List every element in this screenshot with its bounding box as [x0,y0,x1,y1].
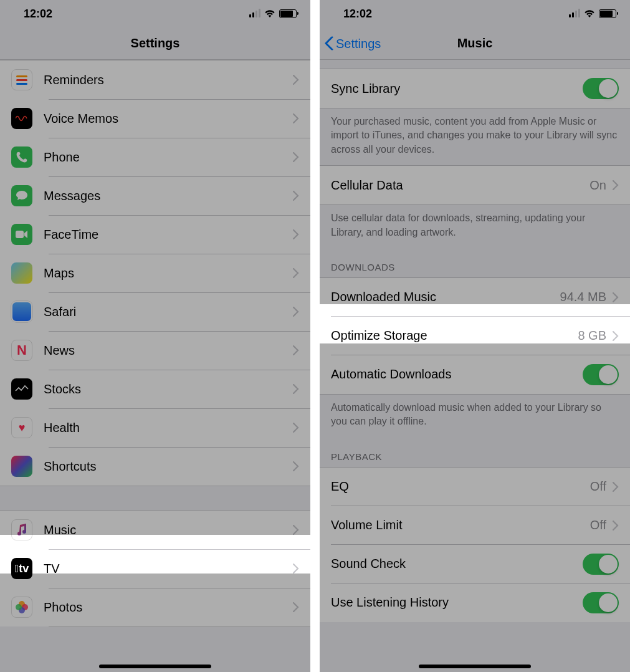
autodl-toggle[interactable] [583,364,619,385]
row-label: Sync Library [331,82,583,96]
svg-point-4 [16,604,22,610]
facetime-icon [11,224,32,245]
row-label: Health [44,421,293,435]
row-news[interactable]: N News [0,331,310,370]
row-value: Off [590,518,606,532]
tv-icon: tv [11,558,32,579]
status-bar: 12:02 [320,0,630,27]
downloads-header: DOWNLOADS [320,248,630,278]
row-messages[interactable]: Messages [0,176,310,215]
row-label: Shortcuts [44,459,293,474]
wifi-icon [264,9,275,18]
row-eq[interactable]: EQ Off [320,468,630,506]
chevron-right-icon [293,423,299,433]
photos-icon [11,597,32,618]
stocks-icon [11,378,32,400]
row-volume-limit[interactable]: Volume Limit Off [320,506,630,545]
row-optimize-storage[interactable]: Optimize Storage 8 GB [320,317,630,355]
row-value: Off [590,479,606,494]
back-button[interactable]: Settings [325,36,381,50]
chevron-right-icon [293,75,299,85]
row-cellular-data[interactable]: Cellular Data On [320,166,630,204]
chevron-right-icon [293,525,299,535]
row-label: Music [44,523,293,537]
row-voice-memos[interactable]: Voice Memos [0,99,310,138]
shortcuts-icon [11,456,32,477]
chevron-right-icon [613,521,619,530]
row-sync-library[interactable]: Sync Library [320,69,630,108]
chevron-right-icon [613,180,619,190]
history-toggle[interactable] [583,592,619,613]
music-settings-screen: 12:02 Settings Music Sync Library Your p… [320,0,630,672]
messages-icon [11,185,32,206]
chevron-right-icon [293,268,299,278]
signal-icon [249,10,260,17]
row-value: On [589,178,606,193]
playback-header: PLAYBACK [320,438,630,468]
music-icon [11,519,32,540]
navbar: Settings [0,27,310,60]
news-icon: N [11,340,32,361]
row-shortcuts[interactable]: Shortcuts [0,447,310,486]
status-time: 12:02 [24,7,52,21]
phone-icon [11,146,32,168]
chevron-right-icon [293,191,299,201]
home-indicator[interactable] [99,665,211,668]
back-label: Settings [336,36,381,50]
chevron-right-icon [293,229,299,239]
autodl-footer: Automatically download music when added … [320,394,630,438]
row-label: Cellular Data [331,178,589,193]
row-label: Stocks [44,382,293,396]
row-label: Maps [44,266,293,281]
row-phone[interactable]: Phone [0,138,310,176]
row-label: Optimize Storage [331,329,578,343]
row-reminders[interactable]: Reminders [0,60,310,99]
sync-toggle[interactable] [583,78,619,99]
health-icon: ♥ [11,417,32,438]
chevron-right-icon [613,482,619,492]
row-tv[interactable]: tv TV [0,549,310,588]
row-safari[interactable]: Safari [0,292,310,331]
row-value: 8 GB [578,329,606,343]
row-label: Voice Memos [44,112,293,126]
row-label: Downloaded Music [331,290,560,304]
chevron-right-icon [293,113,299,123]
chevron-right-icon [293,307,299,317]
row-automatic-downloads[interactable]: Automatic Downloads [320,355,630,394]
safari-icon [11,301,32,322]
row-stocks[interactable]: Stocks [0,370,310,408]
navbar: Settings Music [320,27,630,60]
row-label: FaceTime [44,228,293,242]
settings-screen: 12:02 Settings Reminders Voice Memos [0,0,310,672]
wifi-icon [584,9,595,18]
signal-icon [569,10,580,17]
chevron-right-icon [293,384,299,394]
sound-check-toggle[interactable] [583,554,619,575]
chevron-right-icon [293,152,299,162]
chevron-right-icon [293,564,299,574]
page-title: Settings [131,36,180,50]
row-label: Volume Limit [331,518,590,532]
row-facetime[interactable]: FaceTime [0,215,310,254]
row-sound-check[interactable]: Sound Check [320,545,630,583]
row-music[interactable]: Music [0,511,310,549]
row-health[interactable]: ♥ Health [0,408,310,447]
battery-icon [599,9,616,18]
row-label: TV [44,562,293,576]
row-label: Automatic Downloads [331,367,583,382]
home-indicator[interactable] [419,665,531,668]
row-listening-history[interactable]: Use Listening History [320,583,630,622]
chevron-right-icon [293,602,299,612]
sync-footer: Your purchased music, content you add fr… [320,108,630,165]
chevron-right-icon [613,331,619,341]
chevron-right-icon [293,461,299,471]
reminders-icon [11,69,32,90]
row-label: Photos [44,600,293,615]
maps-icon [11,262,32,284]
row-label: Phone [44,150,293,165]
row-photos[interactable]: Photos [0,588,310,626]
row-value: 94.4 MB [560,290,606,304]
svg-rect-0 [16,231,24,238]
row-downloaded-music[interactable]: Downloaded Music 94.4 MB [320,278,630,317]
row-maps[interactable]: Maps [0,254,310,292]
